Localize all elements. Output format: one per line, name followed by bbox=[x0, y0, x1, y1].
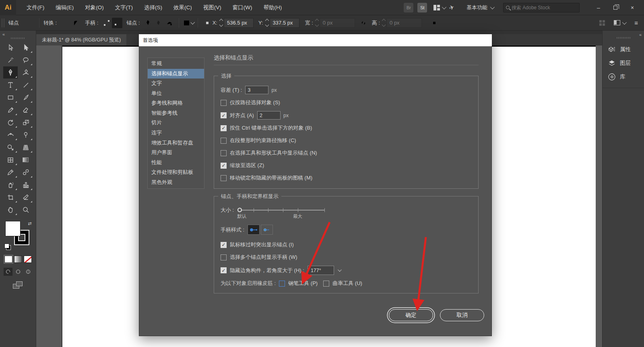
curvature-tool[interactable] bbox=[19, 66, 33, 78]
constrain-proportions-button[interactable] bbox=[358, 18, 369, 28]
color-button[interactable] bbox=[4, 256, 12, 263]
width-tool[interactable] bbox=[3, 129, 18, 141]
menu-file[interactable]: 文件(F) bbox=[22, 0, 49, 15]
close-button[interactable]: × bbox=[624, 0, 641, 15]
zoom-to-selection-checkbox[interactable] bbox=[221, 163, 227, 169]
document-tab[interactable]: 未标题-1* @ 84% (RGB/GPU 预览) bbox=[36, 34, 126, 45]
nav-item-plugins-scratch[interactable]: 增效工具和暂存盘 bbox=[148, 138, 204, 148]
slider-knob[interactable] bbox=[237, 208, 242, 212]
rotate-tool[interactable] bbox=[3, 116, 18, 128]
constrain-path-drag-checkbox[interactable] bbox=[221, 138, 227, 144]
show-anchor-points-checkbox[interactable] bbox=[221, 150, 227, 156]
menu-window[interactable]: 窗口(W) bbox=[228, 0, 257, 15]
handle-style-solid-button[interactable] bbox=[248, 225, 260, 235]
control-bar-grip[interactable] bbox=[2, 19, 4, 27]
menu-effect[interactable]: 效果(C) bbox=[169, 0, 197, 15]
menu-type[interactable]: 文字(T) bbox=[110, 0, 138, 15]
y-value-field[interactable]: 337.5 px bbox=[270, 18, 299, 28]
add-anchor-button[interactable] bbox=[143, 18, 154, 28]
gradient-tool[interactable] bbox=[19, 154, 33, 166]
pen-tool[interactable] bbox=[3, 66, 18, 78]
handle-style-hollow-button[interactable] bbox=[261, 225, 273, 235]
nav-item-smart-guides[interactable]: 智能参考线 bbox=[148, 108, 204, 118]
nav-item-file-handling[interactable]: 文件处理和剪贴板 bbox=[148, 167, 204, 178]
isolate-selection-button[interactable] bbox=[183, 18, 194, 28]
show-handles-multiple-anchors-checkbox[interactable] bbox=[221, 254, 227, 260]
nav-item-performance[interactable]: 性能 bbox=[148, 158, 204, 168]
snap-to-point-input[interactable] bbox=[257, 111, 281, 120]
collapse-dock-button[interactable]: « bbox=[639, 32, 642, 37]
menu-object[interactable]: 对象(O) bbox=[80, 0, 109, 15]
rubber-band-curvature-tool-checkbox[interactable] bbox=[323, 281, 329, 287]
nav-item-appearance-of-black[interactable]: 黑色外观 bbox=[148, 178, 204, 188]
minimize-button[interactable]: – bbox=[590, 0, 607, 15]
show-handles-button[interactable] bbox=[101, 18, 112, 28]
paintbrush-tool[interactable] bbox=[19, 91, 33, 103]
type-tool[interactable] bbox=[3, 79, 18, 91]
nav-item-type[interactable]: 文字 bbox=[148, 78, 204, 89]
hide-corner-widget-checkbox[interactable] bbox=[221, 267, 227, 273]
remove-anchor-button[interactable] bbox=[154, 18, 164, 28]
blend-tool[interactable] bbox=[19, 166, 33, 178]
menu-help[interactable]: 帮助(H) bbox=[258, 0, 287, 15]
shaper-tool[interactable] bbox=[3, 104, 18, 116]
slice-tool[interactable] bbox=[19, 191, 33, 203]
stock-app-icon[interactable]: St bbox=[417, 3, 427, 12]
panel-tab-properties[interactable]: 属性 bbox=[603, 43, 644, 56]
share-icon[interactable]: ✈ bbox=[448, 3, 456, 12]
none-button[interactable] bbox=[24, 256, 32, 263]
snap-to-point-checkbox[interactable] bbox=[221, 112, 227, 118]
rectangle-tool[interactable] bbox=[3, 91, 18, 103]
hide-handles-button[interactable] bbox=[112, 18, 122, 28]
panel-tab-libraries[interactable]: 库 bbox=[603, 70, 644, 84]
search-input[interactable] bbox=[512, 5, 572, 10]
scale-tool[interactable] bbox=[19, 116, 33, 128]
screen-mode-button[interactable] bbox=[13, 281, 23, 289]
eraser-tool[interactable] bbox=[19, 104, 33, 116]
mesh-tool[interactable] bbox=[3, 154, 18, 166]
menu-edit[interactable]: 编辑(E) bbox=[51, 0, 78, 15]
nav-item-guides-grid[interactable]: 参考线和网格 bbox=[148, 98, 204, 108]
panel-tab-layers[interactable]: 图层 bbox=[603, 56, 644, 70]
arrange-documents-button[interactable] bbox=[433, 5, 445, 10]
object-selection-by-path-checkbox[interactable] bbox=[221, 100, 227, 106]
swap-fill-stroke-icon[interactable]: ⇄ bbox=[28, 221, 31, 226]
control-bar-menu-button[interactable]: ≡ bbox=[634, 19, 638, 26]
zoom-tool[interactable] bbox=[19, 204, 33, 216]
menu-view[interactable]: 视图(V) bbox=[198, 0, 226, 15]
convert-to-corner-button[interactable] bbox=[60, 18, 70, 28]
workspace-switcher[interactable]: 基本功能 bbox=[466, 4, 493, 11]
draw-behind-mode-button[interactable] bbox=[14, 268, 23, 276]
panel-options-button[interactable] bbox=[614, 20, 625, 25]
dialog-title-bar[interactable]: 首选项 bbox=[139, 34, 492, 46]
nav-item-general[interactable]: 常规 bbox=[148, 59, 204, 69]
anchor-size-slider[interactable]: 默认 最大 bbox=[238, 207, 324, 213]
move-locked-hidden-artwork-checkbox[interactable] bbox=[221, 175, 227, 181]
draw-inside-mode-button[interactable] bbox=[24, 268, 33, 276]
fill-swatch[interactable] bbox=[5, 221, 21, 236]
tools-panel-grip[interactable] bbox=[11, 37, 25, 39]
free-transform-tool[interactable] bbox=[19, 129, 33, 141]
dock-grip[interactable] bbox=[617, 37, 630, 39]
column-graph-tool[interactable] bbox=[19, 179, 33, 191]
x-stepper[interactable] bbox=[220, 19, 223, 26]
y-stepper[interactable] bbox=[266, 19, 268, 26]
nav-item-selection-anchor[interactable]: 选择和锚点显示 bbox=[148, 69, 204, 79]
lasso-tool[interactable] bbox=[19, 54, 33, 66]
x-value-field[interactable]: 536.5 px bbox=[224, 18, 254, 28]
transform-button[interactable] bbox=[429, 18, 440, 28]
perspective-grid-tool[interactable] bbox=[19, 141, 33, 153]
nav-item-hyphenation[interactable]: 连字 bbox=[148, 128, 204, 138]
restore-button[interactable] bbox=[607, 0, 624, 15]
ctrl-click-select-behind-checkbox[interactable] bbox=[221, 125, 227, 131]
menu-select[interactable]: 选择(S) bbox=[139, 0, 167, 15]
magic-wand-tool[interactable] bbox=[3, 54, 18, 66]
corner-angle-dropdown[interactable]: 177° bbox=[308, 266, 345, 275]
eyedropper-tool[interactable] bbox=[3, 166, 18, 178]
shape-builder-tool[interactable] bbox=[3, 141, 18, 153]
artboard-tool[interactable] bbox=[3, 191, 18, 203]
highlight-anchors-on-hover-checkbox[interactable] bbox=[221, 242, 227, 248]
nav-item-units[interactable]: 单位 bbox=[148, 89, 204, 99]
nav-item-user-interface[interactable]: 用户界面 bbox=[148, 148, 204, 158]
stock-search[interactable] bbox=[503, 3, 580, 12]
